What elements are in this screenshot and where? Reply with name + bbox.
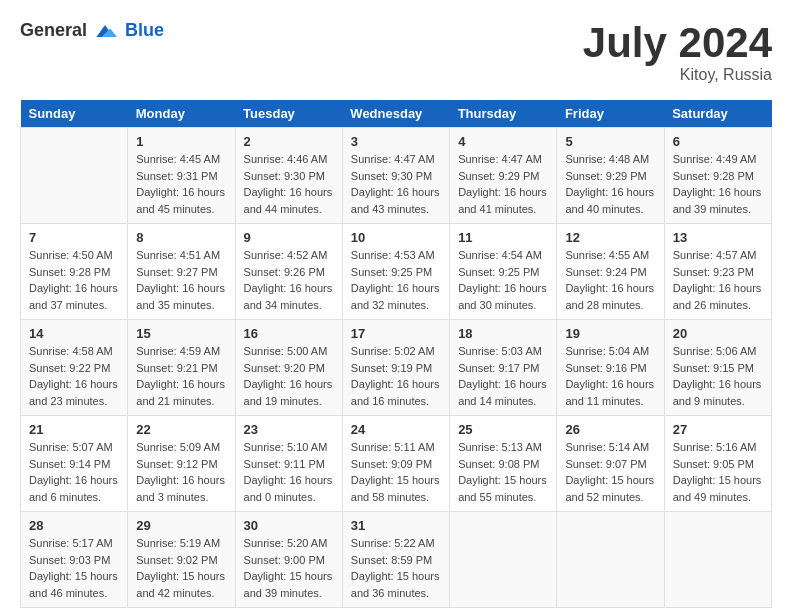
week-row-4: 21Sunrise: 5:07 AMSunset: 9:14 PMDayligh… [21,416,772,512]
day-info: Sunrise: 5:13 AMSunset: 9:08 PMDaylight:… [458,439,548,505]
calendar-cell: 15Sunrise: 4:59 AMSunset: 9:21 PMDayligh… [128,320,235,416]
col-header-sunday: Sunday [21,100,128,128]
day-info: Sunrise: 4:52 AMSunset: 9:26 PMDaylight:… [244,247,334,313]
day-number: 23 [244,422,334,437]
day-number: 27 [673,422,763,437]
day-number: 13 [673,230,763,245]
day-number: 10 [351,230,441,245]
day-number: 7 [29,230,119,245]
calendar-cell: 28Sunrise: 5:17 AMSunset: 9:03 PMDayligh… [21,512,128,608]
day-info: Sunrise: 4:51 AMSunset: 9:27 PMDaylight:… [136,247,226,313]
calendar-cell: 4Sunrise: 4:47 AMSunset: 9:29 PMDaylight… [450,128,557,224]
day-number: 21 [29,422,119,437]
day-info: Sunrise: 5:06 AMSunset: 9:15 PMDaylight:… [673,343,763,409]
day-number: 14 [29,326,119,341]
day-info: Sunrise: 5:19 AMSunset: 9:02 PMDaylight:… [136,535,226,601]
day-number: 20 [673,326,763,341]
calendar-cell: 7Sunrise: 4:50 AMSunset: 9:28 PMDaylight… [21,224,128,320]
day-number: 6 [673,134,763,149]
logo-text-general: General [20,20,87,41]
calendar-cell: 14Sunrise: 4:58 AMSunset: 9:22 PMDayligh… [21,320,128,416]
calendar-cell: 12Sunrise: 4:55 AMSunset: 9:24 PMDayligh… [557,224,664,320]
logo: General Blue [20,20,164,41]
calendar-cell: 1Sunrise: 4:45 AMSunset: 9:31 PMDaylight… [128,128,235,224]
logo-text-blue: Blue [125,20,164,41]
day-info: Sunrise: 5:20 AMSunset: 9:00 PMDaylight:… [244,535,334,601]
calendar-cell: 17Sunrise: 5:02 AMSunset: 9:19 PMDayligh… [342,320,449,416]
day-number: 26 [565,422,655,437]
day-info: Sunrise: 4:54 AMSunset: 9:25 PMDaylight:… [458,247,548,313]
calendar-cell: 30Sunrise: 5:20 AMSunset: 9:00 PMDayligh… [235,512,342,608]
location: Kitoy, Russia [583,66,772,84]
calendar-cell [450,512,557,608]
day-number: 25 [458,422,548,437]
day-info: Sunrise: 5:07 AMSunset: 9:14 PMDaylight:… [29,439,119,505]
calendar-cell: 18Sunrise: 5:03 AMSunset: 9:17 PMDayligh… [450,320,557,416]
calendar-cell: 23Sunrise: 5:10 AMSunset: 9:11 PMDayligh… [235,416,342,512]
calendar-cell: 5Sunrise: 4:48 AMSunset: 9:29 PMDaylight… [557,128,664,224]
calendar-cell: 10Sunrise: 4:53 AMSunset: 9:25 PMDayligh… [342,224,449,320]
calendar-cell: 6Sunrise: 4:49 AMSunset: 9:28 PMDaylight… [664,128,771,224]
calendar-cell: 29Sunrise: 5:19 AMSunset: 9:02 PMDayligh… [128,512,235,608]
day-number: 2 [244,134,334,149]
calendar-cell: 19Sunrise: 5:04 AMSunset: 9:16 PMDayligh… [557,320,664,416]
day-info: Sunrise: 4:46 AMSunset: 9:30 PMDaylight:… [244,151,334,217]
week-row-5: 28Sunrise: 5:17 AMSunset: 9:03 PMDayligh… [21,512,772,608]
day-info: Sunrise: 4:58 AMSunset: 9:22 PMDaylight:… [29,343,119,409]
calendar-cell: 31Sunrise: 5:22 AMSunset: 8:59 PMDayligh… [342,512,449,608]
day-number: 4 [458,134,548,149]
day-info: Sunrise: 4:50 AMSunset: 9:28 PMDaylight:… [29,247,119,313]
day-info: Sunrise: 4:59 AMSunset: 9:21 PMDaylight:… [136,343,226,409]
week-row-1: 1Sunrise: 4:45 AMSunset: 9:31 PMDaylight… [21,128,772,224]
day-info: Sunrise: 5:14 AMSunset: 9:07 PMDaylight:… [565,439,655,505]
col-header-tuesday: Tuesday [235,100,342,128]
day-info: Sunrise: 5:17 AMSunset: 9:03 PMDaylight:… [29,535,119,601]
col-header-friday: Friday [557,100,664,128]
month-year: July 2024 [583,20,772,66]
day-number: 9 [244,230,334,245]
title-block: July 2024 Kitoy, Russia [583,20,772,84]
calendar-cell: 25Sunrise: 5:13 AMSunset: 9:08 PMDayligh… [450,416,557,512]
day-info: Sunrise: 5:10 AMSunset: 9:11 PMDaylight:… [244,439,334,505]
calendar-cell: 13Sunrise: 4:57 AMSunset: 9:23 PMDayligh… [664,224,771,320]
day-number: 3 [351,134,441,149]
day-number: 5 [565,134,655,149]
day-info: Sunrise: 4:55 AMSunset: 9:24 PMDaylight:… [565,247,655,313]
col-header-saturday: Saturday [664,100,771,128]
header-row: SundayMondayTuesdayWednesdayThursdayFrid… [21,100,772,128]
calendar-cell [557,512,664,608]
calendar-cell [664,512,771,608]
calendar-cell: 27Sunrise: 5:16 AMSunset: 9:05 PMDayligh… [664,416,771,512]
day-info: Sunrise: 4:49 AMSunset: 9:28 PMDaylight:… [673,151,763,217]
day-info: Sunrise: 4:45 AMSunset: 9:31 PMDaylight:… [136,151,226,217]
calendar-cell: 11Sunrise: 4:54 AMSunset: 9:25 PMDayligh… [450,224,557,320]
day-info: Sunrise: 5:03 AMSunset: 9:17 PMDaylight:… [458,343,548,409]
calendar-cell: 20Sunrise: 5:06 AMSunset: 9:15 PMDayligh… [664,320,771,416]
week-row-3: 14Sunrise: 4:58 AMSunset: 9:22 PMDayligh… [21,320,772,416]
day-number: 17 [351,326,441,341]
day-number: 22 [136,422,226,437]
day-info: Sunrise: 4:47 AMSunset: 9:29 PMDaylight:… [458,151,548,217]
day-number: 30 [244,518,334,533]
day-number: 12 [565,230,655,245]
day-number: 31 [351,518,441,533]
col-header-monday: Monday [128,100,235,128]
day-info: Sunrise: 4:47 AMSunset: 9:30 PMDaylight:… [351,151,441,217]
day-info: Sunrise: 4:53 AMSunset: 9:25 PMDaylight:… [351,247,441,313]
calendar-cell: 21Sunrise: 5:07 AMSunset: 9:14 PMDayligh… [21,416,128,512]
calendar-cell: 2Sunrise: 4:46 AMSunset: 9:30 PMDaylight… [235,128,342,224]
day-info: Sunrise: 5:00 AMSunset: 9:20 PMDaylight:… [244,343,334,409]
day-info: Sunrise: 5:04 AMSunset: 9:16 PMDaylight:… [565,343,655,409]
week-row-2: 7Sunrise: 4:50 AMSunset: 9:28 PMDaylight… [21,224,772,320]
day-number: 8 [136,230,226,245]
col-header-thursday: Thursday [450,100,557,128]
day-number: 1 [136,134,226,149]
logo-icon [93,21,117,41]
calendar-table: SundayMondayTuesdayWednesdayThursdayFrid… [20,100,772,608]
day-info: Sunrise: 5:11 AMSunset: 9:09 PMDaylight:… [351,439,441,505]
day-number: 15 [136,326,226,341]
calendar-cell: 8Sunrise: 4:51 AMSunset: 9:27 PMDaylight… [128,224,235,320]
calendar-cell: 22Sunrise: 5:09 AMSunset: 9:12 PMDayligh… [128,416,235,512]
day-info: Sunrise: 4:48 AMSunset: 9:29 PMDaylight:… [565,151,655,217]
page-header: General Blue July 2024 Kitoy, Russia [20,20,772,84]
